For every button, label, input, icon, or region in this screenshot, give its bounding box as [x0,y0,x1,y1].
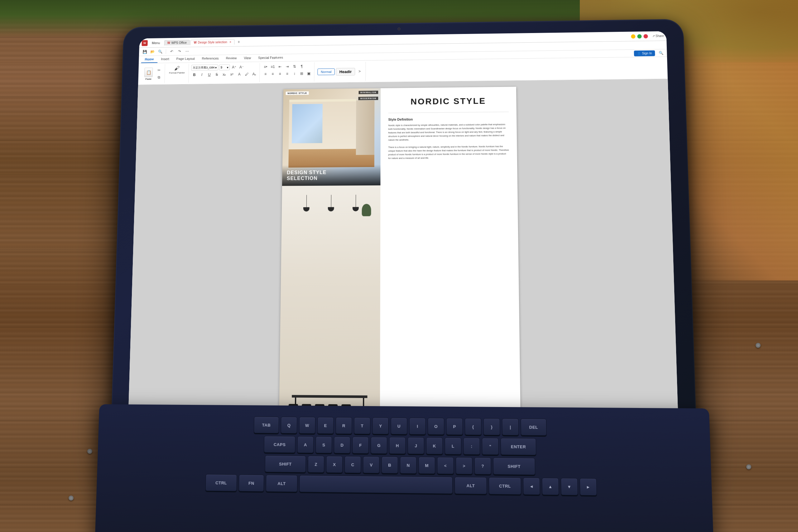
ribbon-tab-special-features[interactable]: Special Features [254,54,286,62]
key-m[interactable]: M [419,457,435,474]
key-arrow-up[interactable]: ▲ [542,478,559,495]
key-arrow-left[interactable]: ◄ [523,477,540,495]
quick-undo-button[interactable]: ↶ [168,48,175,55]
key-ctrl-left[interactable]: Ctrl [205,474,237,491]
font-name-selector[interactable]: 方正兰亭黑3_GBK ▾ [191,64,218,71]
decrease-font-button[interactable]: A⁻ [238,64,245,71]
increase-font-button[interactable]: A⁺ [231,64,238,71]
key-u[interactable]: U [391,418,407,435]
key-tab[interactable]: Tab [254,416,279,433]
tab-add-button[interactable]: + [235,39,242,44]
key-delete[interactable]: Del [520,419,547,436]
more-styles-button[interactable]: > [356,68,363,75]
key-alt-right[interactable]: Alt [455,477,487,494]
normal-style-button[interactable]: Normal [317,69,335,75]
key-p[interactable]: P [446,418,463,435]
key-h[interactable]: H [389,437,405,454]
key-o[interactable]: O [428,418,444,435]
ribbon-tab-page-layout[interactable]: Page Layout [173,55,198,63]
key-caps[interactable]: Caps [264,436,296,453]
quick-redo-button[interactable]: ↷ [176,48,183,55]
tab-document[interactable]: W Design Style selection × [190,39,235,45]
key-shift-left[interactable]: Shift [265,455,306,473]
key-comma[interactable]: < [437,457,454,474]
key-s[interactable]: S [316,436,332,454]
quick-open-button[interactable]: 📂 [149,48,156,55]
key-i[interactable]: I [409,418,426,435]
ribbon-tab-review[interactable]: Review [222,55,240,62]
key-f[interactable]: F [352,437,369,454]
sort-button[interactable]: ⇅ [291,63,298,70]
subscript-button[interactable]: x₂ [221,71,228,78]
char-spacing-button[interactable]: Aₐ [251,71,258,77]
key-shift-right[interactable]: Shift [493,457,535,475]
strikethrough-button[interactable]: S̶ [213,71,221,78]
paste-button[interactable]: 📋 Paste [143,67,154,81]
maximize-button[interactable] [637,34,642,38]
key-x[interactable]: X [326,456,343,473]
shading-button[interactable]: ▣ [305,70,312,77]
ribbon-tab-insert[interactable]: Insert [157,56,173,63]
key-t[interactable]: T [354,417,370,434]
quick-search-button[interactable]: 🔍 [157,48,164,55]
ribbon-tab-home[interactable]: Home [141,56,158,63]
key-e[interactable]: E [317,417,334,434]
key-enter[interactable]: Enter [501,438,536,455]
key-j[interactable]: J [408,437,424,454]
bold-button[interactable]: B [191,72,198,78]
numbered-list-button[interactable]: ≡1 [269,63,276,70]
key-period[interactable]: > [456,457,473,474]
key-q[interactable]: Q [281,417,297,434]
close-button[interactable] [643,34,648,38]
key-fn[interactable]: Fn [239,474,264,492]
key-arrow-right[interactable]: ► [580,478,597,496]
key-g[interactable]: G [370,437,387,454]
font-color-button[interactable]: A [236,71,243,78]
key-k[interactable]: K [426,437,443,454]
sign-in-button[interactable]: 👤 Sign In [634,50,655,56]
key-arrow-down[interactable]: ▼ [561,478,578,496]
ribbon-search-button[interactable]: 🔍 [658,50,665,56]
indent-decrease-button[interactable]: ⇤ [277,63,284,70]
align-right-button[interactable]: ≡ [277,71,283,77]
ribbon-tab-view[interactable]: View [240,55,255,62]
key-semicolon[interactable]: : [463,438,480,455]
show-marks-button[interactable]: ¶ [298,63,305,70]
italic-button[interactable]: I [198,71,205,78]
align-justify-button[interactable]: ≡ [284,71,290,77]
font-size-selector[interactable]: 9 ▾ [219,64,230,70]
key-v[interactable]: V [363,456,379,473]
quick-save-button[interactable]: 💾 [141,48,148,55]
key-n[interactable]: N [400,457,416,474]
key-a[interactable]: A [297,436,314,454]
key-d[interactable]: D [334,437,350,454]
key-y[interactable]: Y [372,417,389,434]
key-w[interactable]: W [299,417,316,434]
key-l[interactable]: L [444,438,461,455]
key-b[interactable]: B [382,457,398,474]
key-c[interactable]: C [344,456,361,473]
align-center-button[interactable]: ≡ [269,71,276,77]
format-painter-button[interactable]: 🖌 Format Painter [167,64,187,75]
key-alt-left[interactable]: Alt [266,475,297,492]
tab-close-icon[interactable]: × [229,40,231,43]
menu-button[interactable]: Menu [150,40,162,45]
key-r[interactable]: R [336,417,352,434]
key-pipe[interactable]: | [502,418,519,435]
key-z[interactable]: Z [308,456,324,473]
align-left-button[interactable]: ≡ [262,71,269,77]
key-close-bracket[interactable]: } [483,418,500,435]
cut-button[interactable]: ✂ [155,67,163,74]
minimize-button[interactable] [631,34,635,39]
key-quote[interactable]: " [482,438,499,455]
key-ctrl-right[interactable]: Ctrl [489,477,521,495]
underline-button[interactable]: U [206,71,213,78]
key-space[interactable] [299,475,453,494]
bullet-list-button[interactable]: ≡• [262,63,269,70]
share-button[interactable]: ↗ Share [652,34,664,38]
key-open-bracket[interactable]: { [465,418,481,435]
superscript-button[interactable]: x² [228,71,235,78]
key-slash[interactable]: ? [474,457,491,474]
borders-button[interactable]: ⊞ [298,70,305,77]
line-spacing-button[interactable]: ↕ [291,71,298,77]
